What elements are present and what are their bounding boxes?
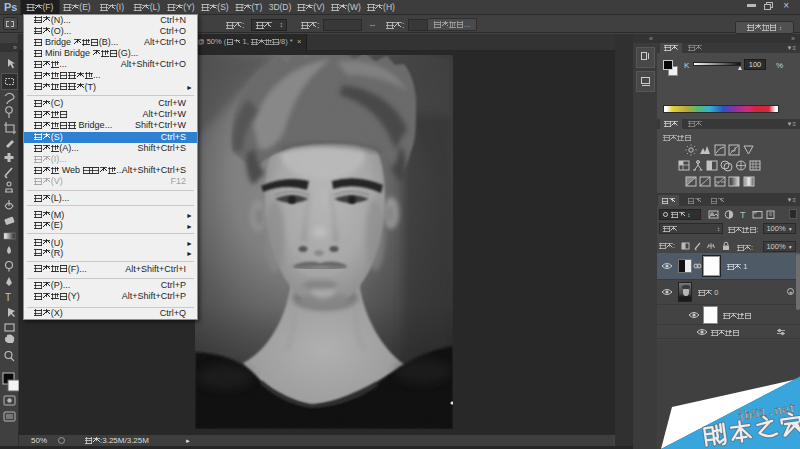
- svg-text:T: T: [5, 292, 11, 303]
- svg-text:T: T: [740, 210, 746, 220]
